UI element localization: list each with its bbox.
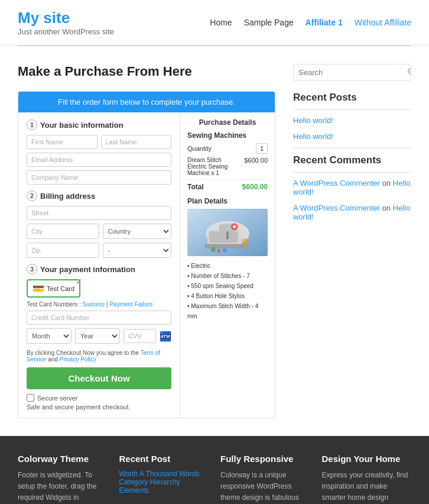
search-button[interactable]: 🔍 <box>402 64 411 80</box>
plan-details-title: Plan Details <box>187 197 268 205</box>
svg-rect-8 <box>204 244 251 248</box>
footer-col2-link1[interactable]: Worth A Thousand Words <box>119 470 209 478</box>
quantity-row: Quantity 1 <box>187 143 268 154</box>
form-section-basic: 1 Your basic information <box>27 119 171 185</box>
commenter-2[interactable]: A WordPress Commenter <box>293 203 380 212</box>
purchase-details-title: Purchase Details <box>187 118 268 127</box>
email-input[interactable] <box>27 153 171 167</box>
expiry-cvv-row: Month Year 🏧 <box>27 328 171 344</box>
nav-affiliate1[interactable]: Affiliate 1 <box>306 18 343 27</box>
svg-point-12 <box>242 238 248 244</box>
secure-row: Secure server <box>27 394 171 402</box>
footer-col2-link2[interactable]: Category Hierarchy Elements <box>119 478 209 495</box>
product-price-row: Dream Stitch Electric Sewing Machine x 1… <box>187 157 268 176</box>
terms-text: By clicking Checkout Now you agree to th… <box>27 350 171 363</box>
page-title: Make a Purchase From Here <box>18 64 275 79</box>
purchase-box-header: Fill the order form below to complete yo… <box>18 92 275 112</box>
country-select[interactable]: Country <box>103 224 172 239</box>
on-1: on <box>382 179 393 188</box>
feature-1: • Electric <box>187 261 268 271</box>
search-box: 🔍 <box>293 64 411 81</box>
card-logos-icon: 🏧 <box>160 331 171 342</box>
secure-checkbox[interactable] <box>27 394 34 402</box>
form-layout: 1 Your basic information <box>18 112 275 418</box>
commenter-1[interactable]: A WordPress Commenter <box>293 179 380 188</box>
comment-item-1: A WordPress Commenter on Hello world! <box>293 179 411 196</box>
checkout-button[interactable]: Checkout Now <box>27 367 171 389</box>
nav-sample-page[interactable]: Sample Page <box>244 18 294 27</box>
form-section-payment: 3 Your payment information 💳 Test Card ✓ <box>27 264 171 344</box>
footer: Colorway Theme Footer is widgetized. To … <box>0 436 429 504</box>
month-select[interactable]: Month <box>27 328 72 344</box>
section3-title: 3 Your payment information <box>27 264 171 274</box>
nav-without-affiliate[interactable]: Without Affiliate <box>355 18 411 27</box>
recent-post-1[interactable]: Hello world! <box>293 116 411 125</box>
recent-comments-divider <box>293 148 411 148</box>
section2-title: 2 Billing address <box>27 190 171 201</box>
footer-col-4: Design Your Home Express your creativity… <box>322 454 412 504</box>
section1-num: 1 <box>27 119 37 130</box>
main-nav: Home Sample Page Affiliate 1 Without Aff… <box>210 18 411 27</box>
svg-point-10 <box>217 249 221 253</box>
year-select[interactable]: Year <box>75 328 120 344</box>
company-input[interactable] <box>27 170 171 185</box>
test-card-button[interactable]: 💳 Test Card ✓ <box>27 279 80 298</box>
test-card-container: 💳 Test Card ✓ <box>27 279 171 298</box>
footer-col4-title: Design Your Home <box>322 454 412 464</box>
footer-col-3: Fully Responsive Colorway is a unique re… <box>220 454 310 504</box>
footer-col2-title: Recent Post <box>119 454 209 464</box>
search-input[interactable] <box>294 64 402 80</box>
feature-2: • Number of Stitches - 7 <box>187 271 268 281</box>
street-input[interactable] <box>27 206 171 220</box>
failure-link[interactable]: Payment Failure <box>109 301 152 308</box>
cvv-input[interactable] <box>124 329 156 343</box>
zip-row: - <box>27 243 171 258</box>
form-left: 1 Your basic information <box>18 112 180 418</box>
credit-card-input[interactable] <box>27 311 171 325</box>
svg-rect-5 <box>226 231 229 240</box>
section2-num: 2 <box>27 190 37 201</box>
svg-point-7 <box>233 225 236 228</box>
footer-col-2: Recent Post Worth A Thousand Words Categ… <box>119 454 209 504</box>
recent-post-2[interactable]: Hello world! <box>293 132 411 141</box>
total-label: Total <box>187 183 204 191</box>
privacy-link[interactable]: Privacy Policy <box>60 356 96 363</box>
footer-grid: Colorway Theme Footer is widgetized. To … <box>18 454 411 504</box>
content-area: Make a Purchase From Here Fill the order… <box>18 64 275 418</box>
secure-label: Secure server <box>37 395 77 402</box>
form-right: Purchase Details Sewing Machines Quantit… <box>180 112 275 418</box>
on-2: on <box>382 203 393 212</box>
product-price: $600.00 <box>244 157 268 176</box>
last-name-input[interactable] <box>101 135 172 149</box>
check-icon: ✓ <box>76 277 83 286</box>
svg-point-11 <box>223 248 227 253</box>
feature-4: • 4 Button Hole Stylos <box>187 291 268 301</box>
section1-title: 1 Your basic information <box>27 119 171 130</box>
recent-comments-divider2 <box>293 172 411 173</box>
sidebar: 🔍 Recent Posts Hello world! Hello world!… <box>293 64 411 418</box>
city-input[interactable] <box>27 224 99 239</box>
product-desc: Dream Stitch Electric Sewing Machine x 1 <box>187 157 242 176</box>
success-link[interactable]: Success <box>82 301 105 308</box>
nav-home[interactable]: Home <box>210 18 232 27</box>
test-card-links: Test Card Numbers : Success | Payment Fa… <box>27 301 171 308</box>
first-name-input[interactable] <box>27 135 98 149</box>
comment-item-2: A WordPress Commenter on Hello world! <box>293 203 411 221</box>
section3-num: 3 <box>27 264 37 274</box>
quantity-label: Quantity <box>187 145 212 152</box>
purchase-box: Fill the order form below to complete yo… <box>18 91 275 418</box>
quantity-value: 1 <box>256 143 268 154</box>
main-container: Make a Purchase From Here Fill the order… <box>0 46 429 430</box>
zip-select[interactable]: - <box>103 243 172 258</box>
footer-col-1: Colorway Theme Footer is widgetized. To … <box>18 454 108 504</box>
recent-comments-title: Recent Comments <box>293 154 411 166</box>
name-row <box>27 135 171 149</box>
email-row <box>27 153 171 167</box>
product-name: Sewing Machines <box>187 131 268 140</box>
svg-rect-3 <box>209 231 238 243</box>
form-section-billing: 2 Billing address Country <box>27 190 171 258</box>
zip-input[interactable] <box>27 243 99 258</box>
city-country-row: Country <box>27 224 171 239</box>
company-row <box>27 170 171 185</box>
feature-5: • Maximum Stitch Width - 4 mm <box>187 301 268 321</box>
